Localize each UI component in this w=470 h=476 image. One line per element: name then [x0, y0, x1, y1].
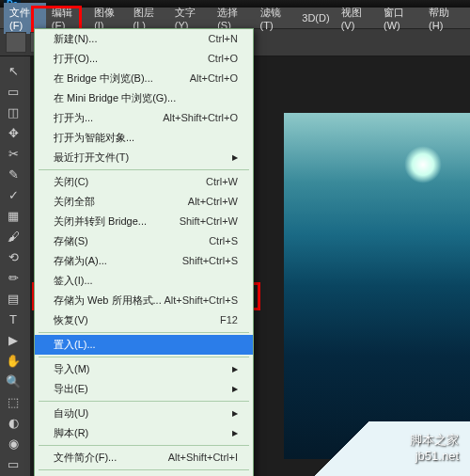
tool-4[interactable]: ✂ [2, 143, 24, 164]
tool-19[interactable]: ▭ [2, 453, 24, 474]
menu-item-label: 在 Bridge 中浏览(B)... [54, 71, 153, 86]
menu-item-25[interactable]: 文件简介(F)...Alt+Shift+Ctrl+I [35, 448, 253, 468]
menu-separator [39, 357, 249, 357]
tool-7[interactable]: ▦ [2, 205, 24, 226]
tool-2[interactable]: ◫ [2, 102, 24, 122]
menu-separator [39, 169, 249, 170]
menu-item-11[interactable]: 存储(S)Ctrl+S [35, 231, 253, 251]
menu-item-13[interactable]: 签入(I)... [35, 271, 253, 291]
tool-3[interactable]: ✥ [2, 122, 24, 143]
menu-7[interactable]: 3D(D) [296, 9, 335, 26]
image-sun [404, 146, 442, 183]
menu-item-label: 打开为... [54, 111, 93, 125]
menu-item-20[interactable]: 导出(E) [35, 379, 253, 399]
menu-item-label: 新建(N)... [54, 32, 97, 46]
tool-5[interactable]: ✎ [2, 164, 24, 184]
tool-10[interactable]: ✏ [2, 267, 24, 288]
tool-16[interactable]: ⬚ [2, 391, 24, 412]
menu-item-2[interactable]: 在 Bridge 中浏览(B)...Alt+Ctrl+O [35, 69, 253, 88]
menu-separator [39, 445, 249, 446]
document-image [284, 113, 470, 459]
menu-separator [39, 469, 249, 470]
menu-item-shortcut: Ctrl+N [209, 32, 238, 46]
watermark-line1: 脚本之家 [410, 432, 459, 449]
menu-item-label: 存储(S) [54, 234, 88, 248]
menu-item-label: 导入(M) [54, 362, 90, 376]
menu-item-8[interactable]: 关闭(C)Ctrl+W [35, 172, 253, 192]
tool-1[interactable]: ▭ [2, 81, 24, 102]
menu-item-label: 存储为 Web 所用格式... [54, 294, 162, 308]
menu-item-12[interactable]: 存储为(A)...Shift+Ctrl+S [35, 251, 253, 271]
menu-item-6[interactable]: 最近打开文件(T) [35, 148, 253, 167]
tool-9[interactable]: ⟲ [2, 246, 24, 267]
menu-item-shortcut: Shift+Ctrl+W [180, 214, 238, 229]
tool-18[interactable]: ◉ [2, 433, 24, 453]
menu-item-shortcut: Alt+Ctrl+W [188, 195, 238, 209]
menu-item-shortcut: Alt+Shift+Ctrl+O [163, 111, 238, 125]
menu-item-label: 存储为(A)... [54, 254, 107, 268]
menu-9[interactable]: 窗口(W) [378, 3, 423, 34]
menu-10[interactable]: 帮助(H) [423, 3, 466, 34]
menu-item-shortcut: Ctrl+S [209, 234, 238, 248]
menu-item-15[interactable]: 恢复(V)F12 [35, 310, 253, 330]
menu-item-shortcut: Shift+Ctrl+S [182, 254, 238, 268]
menu-item-19[interactable]: 导入(M) [35, 359, 253, 379]
menu-item-label: 打开(O)... [54, 52, 98, 66]
menu-item-label: 导出(E) [54, 382, 88, 396]
menu-item-shortcut: Alt+Ctrl+O [190, 71, 238, 86]
tool-preset-icon[interactable] [6, 32, 26, 53]
tool-17[interactable]: ◐ [2, 412, 24, 433]
tool-0[interactable]: ↖ [2, 60, 24, 81]
menu-item-0[interactable]: 新建(N)...Ctrl+N [35, 29, 253, 49]
menu-item-shortcut: Alt+Shift+Ctrl+S [164, 294, 238, 308]
menu-item-27[interactable]: 打印(P)...Ctrl+P [35, 472, 253, 476]
menu-item-shortcut: Ctrl+W [206, 175, 238, 189]
menu-item-shortcut: Ctrl+O [208, 52, 238, 66]
tool-8[interactable]: 🖌 [2, 226, 24, 246]
menu-item-5[interactable]: 打开为智能对象... [35, 128, 253, 148]
menu-item-label: 关闭(C) [54, 175, 88, 189]
menu-8[interactable]: 视图(V) [336, 3, 378, 34]
tool-14[interactable]: ✋ [2, 350, 24, 371]
menu-item-shortcut: Alt+Shift+Ctrl+I [168, 451, 238, 465]
menu-item-1[interactable]: 打开(O)...Ctrl+O [35, 49, 253, 69]
menu-item-14[interactable]: 存储为 Web 所用格式...Alt+Shift+Ctrl+S [35, 291, 253, 310]
watermark: 脚本之家 jb51.net [410, 432, 459, 463]
menu-item-label: 置入(L)... [54, 338, 96, 352]
menu-item-label: 打开为智能对象... [54, 131, 134, 145]
menu-separator [39, 401, 249, 402]
menu-separator [39, 332, 249, 333]
menu-item-22[interactable]: 自动(U) [35, 404, 253, 423]
menu-item-label: 关闭全部 [54, 195, 95, 209]
menu-item-label: 文件简介(F)... [54, 451, 117, 465]
tool-15[interactable]: 🔍 [2, 371, 24, 391]
file-menu-dropdown: 新建(N)...Ctrl+N打开(O)...Ctrl+O在 Bridge 中浏览… [34, 28, 254, 476]
menu-item-shortcut: F12 [220, 313, 238, 327]
menu-6[interactable]: 滤镜(T) [255, 3, 297, 34]
menu-item-label: 在 Mini Bridge 中浏览(G)... [54, 91, 176, 105]
menu-item-17[interactable]: 置入(L)... [35, 335, 253, 355]
menu-item-9[interactable]: 关闭全部Alt+Ctrl+W [35, 192, 253, 212]
tool-13[interactable]: ▶ [2, 329, 24, 350]
tool-12[interactable]: T [2, 309, 24, 329]
menu-item-3[interactable]: 在 Mini Bridge 中浏览(G)... [35, 88, 253, 108]
watermark-line2: jb51.net [410, 449, 459, 463]
menu-item-23[interactable]: 脚本(R) [35, 423, 253, 443]
menu-item-10[interactable]: 关闭并转到 Bridge...Shift+Ctrl+W [35, 212, 253, 231]
menu-item-label: 脚本(R) [54, 426, 88, 440]
menu-item-label: 签入(I)... [54, 274, 93, 288]
menu-item-4[interactable]: 打开为...Alt+Shift+Ctrl+O [35, 108, 253, 128]
tool-6[interactable]: ✓ [2, 184, 24, 205]
menu-item-label: 最近打开文件(T) [54, 151, 129, 165]
menu-item-label: 恢复(V) [54, 313, 88, 327]
menubar: 文件(F)编辑(E)图像(I)图层(L)文字(Y)选择(S)滤镜(T)3D(D)… [0, 8, 470, 28]
menu-item-label: 关闭并转到 Bridge... [54, 214, 147, 229]
menu-item-label: 自动(U) [54, 406, 88, 420]
tools-panel: ↖▭◫✥✂✎✓▦🖌⟲✏▤T▶✋🔍⬚◐◉▭ [0, 56, 30, 476]
tool-11[interactable]: ▤ [2, 288, 24, 309]
